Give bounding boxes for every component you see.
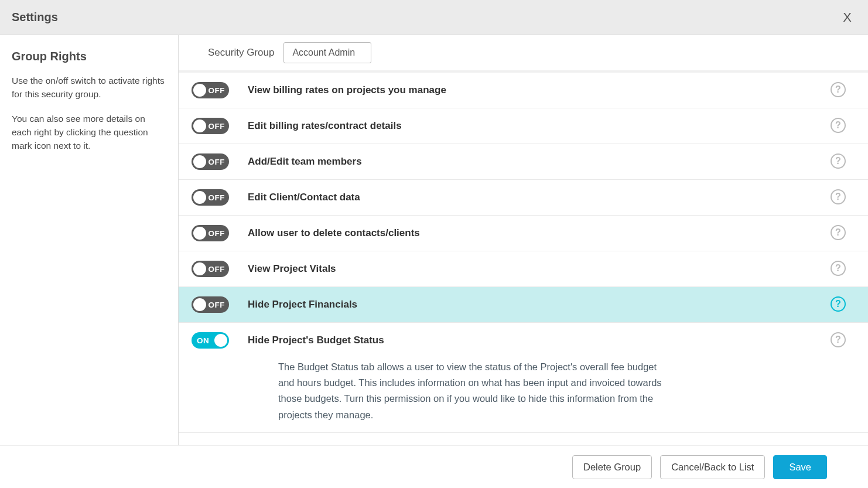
toggle-state-label: OFF	[209, 193, 225, 202]
filter-label: Security Group	[208, 47, 274, 59]
right-title: Edit Client/Contact data	[248, 189, 831, 206]
right-body: Add/Edit team members	[248, 153, 831, 170]
right-title: Allow user to delete contacts/clients	[248, 225, 831, 241]
toggle-knob	[193, 120, 206, 132]
toggle-knob	[193, 262, 206, 275]
right-title: View Project Vitals	[248, 261, 831, 277]
right-body: View billing rates on projects you manag…	[248, 82, 831, 98]
right-row: OFFHide Project Financials?	[179, 287, 868, 323]
toggle-state-label: OFF	[209, 229, 225, 238]
main-content: Security Group Account Admin OFFView bil…	[179, 35, 868, 445]
toggle-state-label: OFF	[209, 86, 225, 95]
toggle-switch[interactable]: OFF	[192, 82, 229, 98]
right-row: OFFView Project Vitals?	[179, 251, 868, 287]
sidebar: Group Rights Use the on/off switch to ac…	[0, 35, 179, 445]
toggle-state-label: OFF	[209, 265, 225, 274]
right-title: Hide Project Financials	[248, 296, 831, 313]
right-title: Edit billing rates/contract details	[248, 118, 831, 134]
right-body: Hide Project Financials	[248, 296, 831, 313]
toggle-switch[interactable]: OFF	[192, 296, 229, 313]
right-body: View Project Vitals	[248, 261, 831, 277]
cancel-button[interactable]: Cancel/Back to List	[660, 455, 765, 479]
toggle-switch[interactable]: OFF	[192, 225, 229, 241]
sidebar-title: Group Rights	[12, 50, 166, 63]
right-description: The Budget Status tab allows a user to v…	[278, 359, 665, 423]
help-icon[interactable]: ?	[831, 153, 846, 169]
right-body: Edit Client/Contact data	[248, 189, 831, 206]
sidebar-description-2: You can also see more details on each ri…	[12, 112, 166, 153]
toggle-knob	[193, 155, 206, 168]
right-row: OFFAdd/Edit team members?	[179, 144, 868, 180]
toggle-switch[interactable]: OFF	[192, 153, 229, 170]
help-icon[interactable]: ?	[831, 261, 846, 276]
toggle-switch[interactable]: OFF	[192, 189, 229, 206]
toggle-knob	[214, 334, 227, 347]
help-icon[interactable]: ?	[831, 332, 846, 347]
toggle-knob	[193, 298, 206, 311]
help-icon[interactable]: ?	[831, 296, 846, 312]
settings-header: Settings X	[0, 0, 868, 35]
footer: Delete Group Cancel/Back to List Save	[0, 446, 868, 488]
right-title: Add/Edit team members	[248, 153, 831, 170]
right-row: OFFView billing rates on projects you ma…	[179, 73, 868, 108]
toggle-switch[interactable]: OFF	[192, 118, 229, 134]
right-title: Hide Project's Budget Status	[248, 332, 831, 349]
right-body: Allow user to delete contacts/clients	[248, 225, 831, 241]
delete-group-button[interactable]: Delete Group	[572, 455, 652, 479]
toggle-knob	[193, 191, 206, 204]
right-row: OFFEdit Client/Contact data?	[179, 180, 868, 216]
page-title: Settings	[12, 11, 58, 24]
close-icon[interactable]: X	[838, 8, 856, 28]
toggle-state-label: OFF	[209, 301, 225, 309]
rights-list: OFFView billing rates on projects you ma…	[179, 73, 868, 445]
help-icon[interactable]: ?	[831, 82, 846, 97]
toggle-state-label: OFF	[209, 122, 225, 131]
toggle-state-label: OFF	[209, 158, 225, 166]
save-button[interactable]: Save	[773, 455, 827, 479]
right-body: Edit billing rates/contract details	[248, 118, 831, 134]
right-row: OFFEdit billing rates/contract details?	[179, 108, 868, 144]
sidebar-description-1: Use the on/off switch to activate rights…	[12, 74, 166, 101]
toggle-switch[interactable]: ON	[192, 332, 229, 349]
toggle-knob	[193, 227, 206, 240]
toggle-switch[interactable]: OFF	[192, 261, 229, 277]
help-icon[interactable]: ?	[831, 189, 846, 204]
right-title: View billing rates on projects you manag…	[248, 82, 831, 98]
toggle-knob	[193, 84, 206, 97]
right-body: Hide Project's Budget StatusThe Budget S…	[248, 332, 831, 423]
right-row: OFFAllow user to delete contacts/clients…	[179, 216, 868, 251]
security-group-select[interactable]: Account Admin	[283, 42, 371, 63]
right-row: ONHide Project's Budget StatusThe Budget…	[179, 323, 868, 433]
help-icon[interactable]: ?	[831, 225, 846, 240]
security-group-filter: Security Group Account Admin	[179, 35, 868, 73]
help-icon[interactable]: ?	[831, 118, 846, 133]
toggle-state-label: ON	[197, 336, 209, 345]
